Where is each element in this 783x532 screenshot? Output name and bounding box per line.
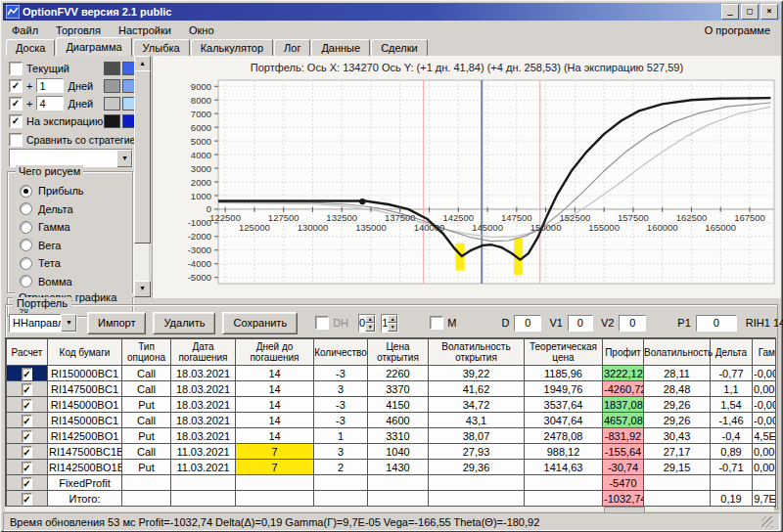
row-calc-checkbox[interactable]: ✓ [22,368,31,380]
tab-4[interactable]: Лог [274,39,310,57]
column-header-2[interactable]: Тип опциона [122,339,171,366]
expiration-color-1[interactable] [104,114,120,128]
row-calc-checkbox[interactable]: ✓ [22,493,31,506]
close-button[interactable]: × [760,4,778,20]
scroll-down-icon[interactable]: ▼ [134,281,151,297]
current-color-1[interactable] [104,62,120,75]
calc-cell[interactable]: ✓ [7,413,48,428]
menu-item-2[interactable]: Настройки [110,22,180,38]
current-checkbox[interactable] [9,62,23,75]
row-calc-checkbox[interactable]: ✓ [22,383,31,396]
profit-chart[interactable]: 9000800070006000500040003000200010000-10… [154,76,780,295]
expiration-checkbox[interactable]: ✓ [9,114,23,128]
column-header-3[interactable]: Дата погашения [171,339,236,366]
column-header-11[interactable]: Дельта [711,339,753,366]
column-header-0[interactable]: Расчет [7,339,48,366]
plus1-checkbox[interactable]: ✓ [9,79,23,93]
radio-icon[interactable] [20,239,32,251]
column-header-12[interactable]: Гамма [753,339,777,366]
row-calc-checkbox[interactable]: ✓ [22,399,31,412]
row-calc-checkbox[interactable]: ✓ [22,462,31,474]
tab-5[interactable]: Данные [311,39,370,57]
calc-cell[interactable]: ✓ [7,460,48,475]
column-header-8[interactable]: Теоретическая цена [525,339,603,366]
radio-icon[interactable] [20,202,32,215]
d-field[interactable] [514,315,541,332]
table-row[interactable]: ✓RI147500BC1Call18.03.2021143337041,6219… [7,381,777,397]
radio-option-0[interactable]: Прибыль [20,184,84,198]
calc-cell[interactable]: ✓ [7,475,48,491]
table-row[interactable]: ✓RI142500BO1BPut11.03.202172143029,36141… [7,460,777,475]
delete-button[interactable]: Удалить [153,312,215,334]
menu-item-about[interactable]: О программе [695,22,780,38]
plus1-days-input[interactable] [36,78,64,93]
table-row[interactable]: ✓RI150000BC1Call18.03.202114-3226039,221… [7,366,777,381]
radio-icon[interactable] [20,257,32,270]
row-calc-checkbox[interactable]: ✓ [22,430,31,443]
radio-option-5[interactable]: Вомма [20,275,72,288]
column-header-10[interactable]: Волатильность [644,339,711,366]
table-row[interactable]: ✓RI145000BO1Put18.03.202114-3415034,7235… [7,397,777,413]
calc-cell[interactable]: ✓ [7,491,48,507]
save-button[interactable]: Сохранить [222,312,298,334]
radio-option-3[interactable]: Вега [20,239,61,252]
tab-2[interactable]: Улыбка [133,39,190,57]
maximize-button[interactable]: □ [741,4,759,20]
column-header-7[interactable]: Волатильность открытия [429,339,525,366]
tab-0[interactable]: Доска [6,39,55,57]
column-header-5[interactable]: Количество [314,339,368,366]
column-header-6[interactable]: Цена открытия [368,339,429,366]
plus4-color-1[interactable] [104,97,120,111]
dh-spinner-1[interactable]: 0 ▲▼ [358,314,376,332]
row-calc-checkbox[interactable]: ✓ [22,415,31,427]
scrollbar-thumb[interactable] [134,70,151,244]
tab-6[interactable]: Сделки [371,39,428,57]
calc-cell[interactable]: ✓ [7,381,48,397]
preset-combobox[interactable]: ННаправле ▼ [9,314,77,332]
tab-1[interactable]: Диаграмма [56,37,131,57]
row-calc-checkbox[interactable]: ✓ [22,446,31,459]
table-row[interactable]: ✓RI147500BC1BCall11.03.202173104027,9398… [7,444,777,460]
v1-field[interactable] [568,315,593,332]
calc-cell[interactable]: ✓ [7,397,48,413]
table-row[interactable]: ✓RI142500BO1Put18.03.2021141331038,07247… [7,428,777,444]
dh-spinner-2[interactable]: 1 ▲▼ [381,314,398,332]
menu-item-3[interactable]: Окно [180,22,223,38]
table-row[interactable]: ✓Итого:-1032,740,199,7E-05 [7,491,777,507]
dh-spinner-1-arrows[interactable]: ▲▼ [365,315,375,332]
radio-option-2[interactable]: Гамма [20,220,70,234]
calc-cell[interactable]: ✓ [7,444,48,460]
preset-combobox-arrow-icon[interactable]: ▼ [61,314,76,332]
calc-cell[interactable]: ✓ [7,428,48,444]
m-checkbox[interactable] [430,316,443,330]
import-button[interactable]: Импорт [87,312,146,334]
tab-3[interactable]: Калькулятор [191,39,273,57]
menu-item-0[interactable]: Файл [3,22,47,38]
left-panel-scrollbar[interactable]: ▲ ▼ [134,56,149,297]
dh-spinner-2-arrows[interactable]: ▲▼ [388,315,397,332]
v2-field[interactable] [619,315,646,332]
column-header-9[interactable]: Профит [603,339,644,366]
dh-checkbox[interactable] [315,316,329,330]
column-header-4[interactable]: Дней до погашения [236,339,314,366]
title-bar[interactable]: OptionFVV версия 2.1 public _ □ × [3,3,780,21]
calc-cell[interactable]: ✓ [7,366,48,381]
table-horizontal-scrollbar[interactable] [5,507,774,511]
plus1-color-1[interactable] [104,79,120,93]
strategy-combobox-arrow-icon[interactable]: ▼ [116,150,132,167]
minimize-button[interactable]: _ [721,4,739,20]
plus4-checkbox[interactable]: ✓ [9,97,23,111]
table-row[interactable]: ✓FixedProfit-5470 [7,475,777,491]
radio-option-4[interactable]: Тета [20,256,61,270]
plus4-days-input[interactable] [36,96,64,111]
p1-field[interactable] [696,315,737,332]
resize-grip[interactable] [761,516,773,528]
menu-item-1[interactable]: Торговля [47,22,110,38]
table-row[interactable]: ✓RI145000BC1Call18.03.202114-3460043,130… [7,413,777,428]
radio-icon[interactable] [20,275,32,288]
row-calc-checkbox[interactable]: ✓ [22,477,31,490]
radio-icon[interactable] [20,221,32,234]
column-header-1[interactable]: Код бумаги [48,339,122,366]
radio-option-1[interactable]: Дельта [20,202,73,216]
compare-checkbox[interactable] [9,133,23,147]
